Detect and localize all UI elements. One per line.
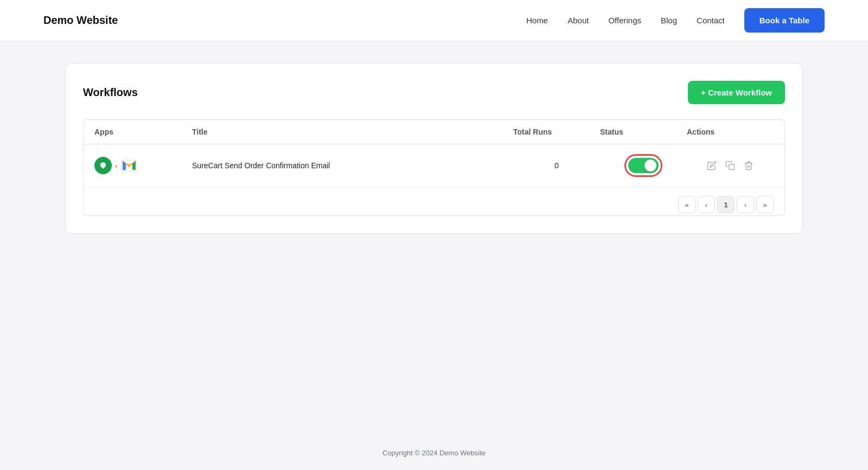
- nav-home[interactable]: Home: [526, 16, 548, 25]
- apps-cell: ›: [94, 157, 192, 174]
- gmail-icon: [120, 157, 138, 174]
- create-workflow-button[interactable]: + Create Workflow: [688, 81, 785, 104]
- total-runs: 0: [513, 161, 600, 170]
- main-nav: Home About Offerings Blog Contact Book a…: [526, 8, 825, 33]
- col-total-runs: Total Runs: [513, 128, 600, 136]
- status-toggle[interactable]: [628, 158, 659, 173]
- col-title: Title: [192, 128, 513, 136]
- card-header: Workflows + Create Workflow: [83, 81, 785, 104]
- table-header: Apps Title Total Runs Status Actions: [84, 120, 784, 144]
- main-content: Workflows + Create Workflow Apps Title T…: [0, 41, 868, 436]
- col-actions: Actions: [687, 128, 774, 136]
- actions-cell: [687, 161, 774, 170]
- pagination: « ‹ 1 › »: [84, 187, 784, 215]
- section-title: Workflows: [83, 86, 138, 99]
- site-logo: Demo Website: [43, 14, 118, 27]
- table-row: › SureC: [84, 144, 784, 187]
- workflows-table: Apps Title Total Runs Status Actions ›: [83, 119, 785, 216]
- workflows-card: Workflows + Create Workflow Apps Title T…: [65, 63, 803, 234]
- col-apps: Apps: [94, 128, 192, 136]
- status-cell: [600, 154, 687, 177]
- delete-button[interactable]: [744, 161, 754, 170]
- surecart-icon: [94, 157, 112, 174]
- nav-offerings[interactable]: Offerings: [608, 16, 641, 25]
- pagination-prev[interactable]: ‹: [698, 196, 715, 213]
- pagination-next[interactable]: ›: [737, 196, 754, 213]
- edit-button[interactable]: [707, 161, 717, 170]
- workflow-title: SureCart Send Order Confirmation Email: [192, 161, 513, 170]
- nav-blog[interactable]: Blog: [661, 16, 677, 25]
- col-status: Status: [600, 128, 687, 136]
- book-table-button[interactable]: Book a Table: [744, 8, 825, 33]
- duplicate-button[interactable]: [725, 161, 735, 170]
- nav-contact[interactable]: Contact: [697, 16, 725, 25]
- svg-rect-1: [729, 164, 735, 170]
- pagination-first[interactable]: «: [678, 196, 695, 213]
- footer: Copyright © 2024 Demo Website: [0, 436, 868, 470]
- header: Demo Website Home About Offerings Blog C…: [0, 0, 868, 41]
- nav-about[interactable]: About: [567, 16, 589, 25]
- pagination-current[interactable]: 1: [717, 196, 735, 213]
- pagination-last[interactable]: »: [756, 196, 774, 213]
- arrow-icon: ›: [115, 162, 117, 170]
- status-toggle-highlight: [624, 154, 662, 177]
- footer-text: Copyright © 2024 Demo Website: [382, 449, 486, 457]
